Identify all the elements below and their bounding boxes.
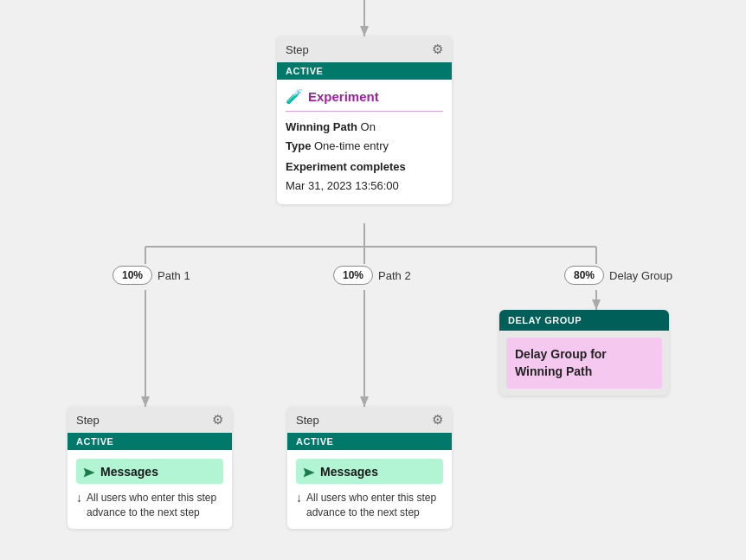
left-card-header: Step ⚙ bbox=[68, 407, 232, 433]
left-card-title: Step bbox=[76, 414, 100, 427]
experiment-label: 🧪 Experiment bbox=[286, 88, 443, 112]
svg-marker-9 bbox=[360, 26, 369, 36]
left-card-body: Messages ↓ All users who enter this step… bbox=[68, 450, 232, 529]
svg-marker-10 bbox=[141, 396, 150, 407]
center-card-header: Step ⚙ bbox=[287, 407, 452, 433]
beaker-icon: 🧪 bbox=[286, 88, 303, 105]
left-step-card: Step ⚙ ACTIVE Messages ↓ All users who e… bbox=[68, 407, 232, 529]
experiment-text: Experiment bbox=[308, 89, 379, 104]
gear-icon[interactable]: ⚙ bbox=[432, 42, 443, 57]
delay-body-text: Delay Group for Winning Path bbox=[506, 338, 662, 389]
top-step-card: Step ⚙ ACTIVE 🧪 Experiment Winning Path … bbox=[277, 36, 452, 204]
delay-card-status: DELAY GROUP bbox=[499, 310, 669, 331]
type-row: Type One-time entry bbox=[286, 137, 443, 156]
send-icon-center bbox=[303, 464, 315, 479]
center-gear-icon[interactable]: ⚙ bbox=[432, 412, 443, 428]
arrow-down-center: ↓ bbox=[296, 490, 302, 507]
svg-marker-14 bbox=[304, 468, 314, 477]
center-step-card: Step ⚙ ACTIVE Messages ↓ All users who e… bbox=[287, 407, 452, 529]
svg-marker-13 bbox=[84, 468, 94, 477]
arrow-down-left: ↓ bbox=[76, 490, 82, 507]
path2-label: Path 2 bbox=[378, 269, 411, 282]
experiment-details: Winning Path On Type One-time entry Expe… bbox=[286, 118, 443, 196]
center-messages-label: Messages bbox=[296, 459, 443, 484]
winning-path-row: Winning Path On bbox=[286, 118, 443, 137]
path1-label: Path 1 bbox=[158, 269, 190, 282]
path3-label: Delay Group bbox=[609, 269, 672, 282]
path1-badge: 10% Path 1 bbox=[113, 266, 190, 285]
left-messages-label: Messages bbox=[76, 459, 223, 484]
delay-group-card: DELAY GROUP Delay Group for Winning Path bbox=[499, 310, 669, 396]
center-card-body: Messages ↓ All users who enter this step… bbox=[287, 450, 452, 529]
delay-card-body: Delay Group for Winning Path bbox=[499, 338, 669, 389]
svg-marker-12 bbox=[592, 299, 601, 310]
svg-marker-11 bbox=[360, 396, 369, 407]
path2-pct: 10% bbox=[333, 266, 373, 285]
left-gear-icon[interactable]: ⚙ bbox=[212, 412, 223, 428]
path3-badge: 80% Delay Group bbox=[564, 266, 672, 285]
completes-row: Experiment completesMar 31, 2023 13:56:0… bbox=[286, 158, 443, 196]
center-card-status: ACTIVE bbox=[287, 433, 452, 450]
path3-pct: 80% bbox=[564, 266, 604, 285]
path1-pct: 10% bbox=[113, 266, 152, 285]
top-card-body: 🧪 Experiment Winning Path On Type One-ti… bbox=[277, 80, 452, 204]
top-card-title: Step bbox=[286, 43, 309, 56]
left-advance-text: ↓ All users who enter this step advance … bbox=[76, 491, 223, 520]
center-card-title: Step bbox=[296, 414, 319, 427]
canvas: Step ⚙ ACTIVE 🧪 Experiment Winning Path … bbox=[0, 0, 746, 560]
path2-badge: 10% Path 2 bbox=[333, 266, 411, 285]
top-card-header: Step ⚙ bbox=[277, 36, 452, 62]
send-icon-left bbox=[83, 464, 95, 479]
left-card-status: ACTIVE bbox=[68, 433, 232, 450]
top-card-status: ACTIVE bbox=[277, 62, 452, 80]
center-advance-text: ↓ All users who enter this step advance … bbox=[296, 491, 443, 520]
